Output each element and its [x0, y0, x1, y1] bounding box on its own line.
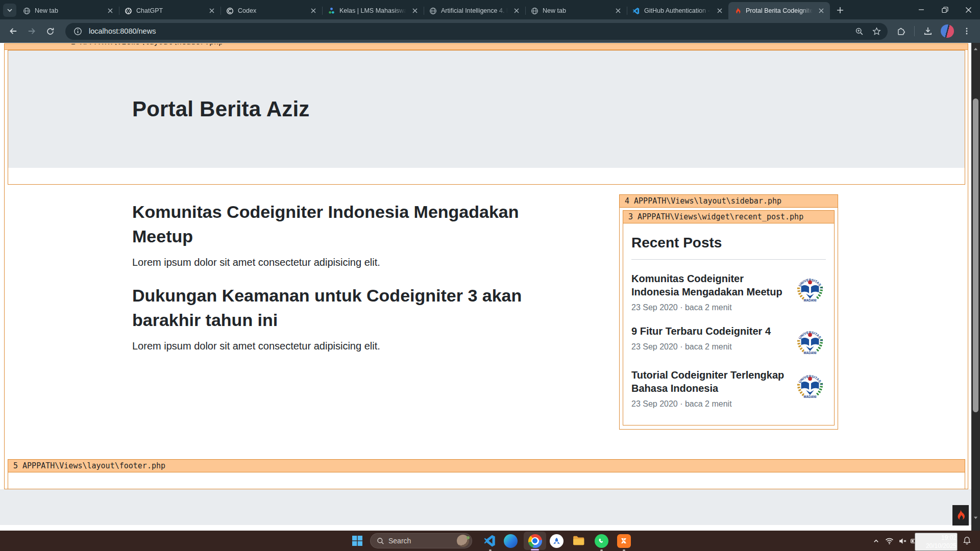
- search-label: Search: [388, 537, 453, 545]
- article-title-link[interactable]: Dukungan Keamanan untuk Codeigniter 3 ak…: [132, 284, 581, 332]
- recent-post-meta: 23 Sep 2020 · baca 2 menit: [631, 399, 789, 409]
- article-excerpt: Lorem ipsum dolor sit amet consectetur a…: [132, 257, 581, 268]
- browser-tab-lms[interactable]: Kelas | LMS Mahasiswa: [322, 2, 424, 19]
- tab-close-icon[interactable]: [207, 6, 216, 15]
- tab-close-icon[interactable]: [106, 6, 115, 15]
- puzzle-icon: [896, 27, 905, 36]
- tab-title: ChatGPT: [136, 7, 203, 14]
- url-text[interactable]: localhost:8080/news: [89, 27, 848, 35]
- recent-post-title-link[interactable]: 9 Fitur Terbaru Codeigniter 4: [631, 324, 771, 338]
- window-minimize-button[interactable]: [910, 0, 933, 19]
- desktop-screen: New tab ChatGPT Codex Kelas | LMS Mahasi…: [0, 0, 980, 551]
- profile-avatar[interactable]: [939, 23, 955, 39]
- search-highlight-sloth-image[interactable]: [457, 535, 469, 547]
- window-restore-button[interactable]: [933, 0, 957, 19]
- site-header: Portal Berita Aziz: [8, 50, 965, 185]
- clock-date: 20/10/2025: [916, 542, 957, 550]
- browser-toolbar: localhost:8080/news: [0, 19, 980, 43]
- recent-post-item: 9 Fitur Terbaru Codeigniter 4 23 Sep 202…: [631, 324, 826, 356]
- browser-tab-artificial-intelligence[interactable]: Artificial Intelligence 4. Kr: [424, 2, 525, 19]
- folder-icon: [572, 534, 585, 547]
- tab-close-icon[interactable]: [309, 6, 318, 15]
- tab-close-icon[interactable]: [410, 6, 420, 15]
- codeigniter-flame-icon: [954, 509, 967, 521]
- universitas-yatsi-madani-logo: [794, 368, 826, 400]
- tab-title: New tab: [543, 7, 609, 14]
- new-tab-button[interactable]: [833, 3, 847, 17]
- debugbar-flame-toggle-button[interactable]: [952, 505, 969, 525]
- clock-time: 19:02: [916, 534, 957, 542]
- browser-menu-button[interactable]: [959, 23, 975, 39]
- toolbar-right-cluster: [893, 23, 975, 39]
- taskbar-whatsapp-icon[interactable]: [594, 534, 608, 548]
- taskbar-xampp-icon[interactable]: [617, 534, 631, 548]
- back-button[interactable]: [5, 23, 21, 39]
- scrollbar-thumb[interactable]: [973, 98, 978, 412]
- debug-label-sidebar: 4 APPPATH\Views\layout\sidebar.php: [620, 195, 838, 208]
- article-title-link[interactable]: Komunitas Codeigniter Indonesia Mengadak…: [132, 200, 581, 248]
- tab-close-icon[interactable]: [614, 6, 623, 15]
- codex-icon: [226, 7, 234, 15]
- taskbar-edge-icon[interactable]: [503, 534, 518, 548]
- codeigniter-flame-icon: [733, 7, 742, 15]
- browser-tab-strip: New tab ChatGPT Codex Kelas | LMS Mahasi…: [0, 0, 980, 19]
- chrome-icon: [528, 534, 542, 548]
- forward-arrow-icon: [27, 27, 36, 36]
- scroll-down-arrow[interactable]: [971, 513, 980, 522]
- browser-tab-new-tab-2[interactable]: New tab: [525, 2, 627, 19]
- browser-tab-github-auth[interactable]: GitHub Authentication - S: [627, 2, 728, 19]
- download-icon: [923, 27, 933, 36]
- scroll-up-arrow[interactable]: [971, 45, 980, 54]
- browser-tab-codex[interactable]: Codex: [220, 2, 322, 19]
- taskbar-vscode-icon[interactable]: [483, 534, 497, 548]
- zoom-icon[interactable]: [853, 25, 865, 37]
- tab-close-icon[interactable]: [715, 6, 724, 15]
- chrome-active-underline: [531, 549, 539, 550]
- windows-logo-icon: [352, 535, 363, 546]
- address-bar[interactable]: localhost:8080/news: [65, 23, 888, 40]
- browser-tab-new-tab-1[interactable]: New tab: [17, 2, 119, 19]
- tab-title: Artificial Intelligence 4. Kr: [441, 7, 508, 14]
- debug-view-outline: 2 APPPATH\Views\layout\header.php Portal…: [4, 43, 968, 489]
- vscode-icon: [632, 7, 640, 15]
- tab-search-chevron-button[interactable]: [3, 4, 16, 17]
- taskbar-search-box[interactable]: Search: [370, 533, 472, 548]
- recent-post-title-link[interactable]: Komunitas Codeigniter Indonesia Mengadak…: [631, 272, 789, 298]
- taskbar-laragon-icon[interactable]: [549, 534, 564, 548]
- bookmark-star-icon[interactable]: [870, 25, 883, 37]
- laragon-icon: [550, 534, 564, 548]
- recent-post-title-link[interactable]: Tutorial Codeigniter Terlengkap Bahasa I…: [631, 368, 789, 395]
- news-list: Komunitas Codeigniter Indonesia Mengadak…: [132, 200, 581, 367]
- tab-close-icon[interactable]: [817, 6, 826, 15]
- tab-title: Kelas | LMS Mahasiswa: [339, 7, 406, 14]
- globe-icon: [429, 7, 437, 15]
- window-close-button[interactable]: [957, 0, 980, 19]
- site-title: Portal Berita Aziz: [132, 97, 309, 121]
- recent-posts-heading: Recent Posts: [631, 235, 826, 251]
- site-footer-band: [0, 489, 971, 525]
- volume-muted-icon[interactable]: [897, 536, 908, 546]
- reload-button[interactable]: [42, 23, 58, 39]
- extensions-button[interactable]: [893, 23, 909, 39]
- taskbar-file-explorer-icon[interactable]: [572, 534, 586, 548]
- jumbotron: Portal Berita Aziz: [8, 51, 965, 168]
- news-article: Dukungan Keamanan untuk Codeigniter 3 ak…: [132, 284, 581, 352]
- recent-post-meta: 23 Sep 2020 · baca 2 menit: [631, 303, 789, 312]
- tray-chevron-up-icon[interactable]: [871, 536, 881, 546]
- widget-divider: [631, 259, 826, 260]
- tab-title: Protal Berita Codeigniter: [746, 7, 813, 14]
- page-scrollbar[interactable]: [971, 43, 980, 531]
- browser-tab-active-portal-berita[interactable]: Protal Berita Codeigniter: [728, 2, 830, 19]
- notifications-bell-icon[interactable]: [962, 535, 972, 545]
- wifi-icon[interactable]: [884, 536, 894, 546]
- site-info-icon[interactable]: [71, 25, 84, 37]
- taskbar-clock[interactable]: 19:02 20/10/2025: [915, 533, 958, 551]
- downloads-button[interactable]: [920, 23, 936, 39]
- browser-tab-chatgpt[interactable]: ChatGPT: [119, 2, 220, 19]
- taskbar-chrome-icon[interactable]: [528, 534, 542, 548]
- avatar-image: [941, 24, 954, 38]
- forward-button[interactable]: [23, 23, 40, 39]
- vscode-icon: [483, 534, 497, 547]
- start-button[interactable]: [350, 534, 364, 548]
- tab-close-icon[interactable]: [512, 6, 521, 15]
